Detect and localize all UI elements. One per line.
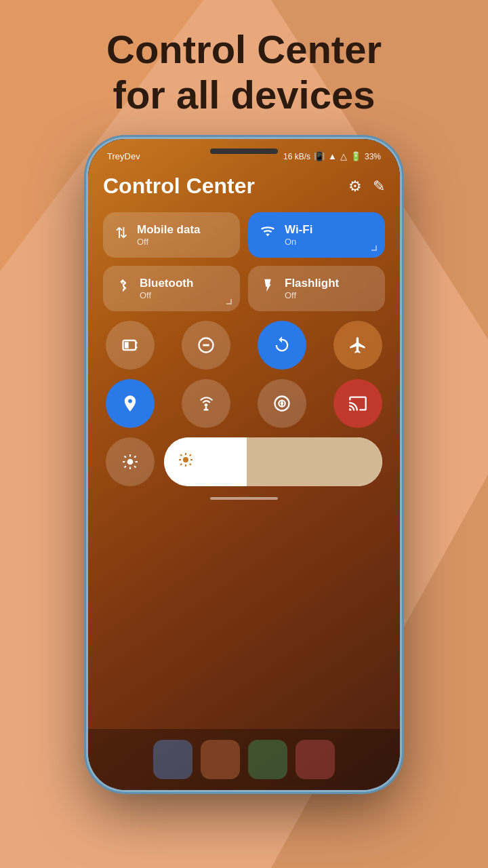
cc-title: Control Center [103,174,255,199]
app-icon-3 [248,740,287,779]
network-speed: 16 kB/s [283,152,310,161]
svg-line-29 [180,454,182,456]
wifi-text: Wi-Fi On [285,223,312,247]
bluetooth-status: Off [140,290,193,300]
phone-screen: TreyDev 16 kB/s 📳 ▲ △ 🔋 33% Control Cent… [88,139,400,790]
flashlight-icon [260,278,275,297]
flashlight-tile[interactable]: Flashlight Off [248,266,385,311]
phone-frame: TreyDev 16 kB/s 📳 ▲ △ 🔋 33% Control Cent… [88,139,400,790]
tiles-grid: ⇅ Mobile data Off [103,212,385,311]
battery-icon: 🔋 [350,151,361,161]
svg-line-23 [125,466,126,467]
cast-btn[interactable] [333,379,382,428]
brightness-slider-icon [178,452,194,473]
flashlight-name: Flashlight [285,277,339,290]
phone-notch [210,149,278,154]
mobile-data-status: Off [137,237,201,247]
app-icon-1 [153,740,192,779]
app-icon-4 [296,740,335,779]
bluetooth-text: Bluetooth Off [140,277,193,300]
svg-line-20 [125,456,126,458]
svg-point-24 [183,457,188,462]
settings-icon[interactable]: ⚙ [348,178,362,195]
svg-point-15 [127,459,134,465]
cc-header-icons: ⚙ ✎ [348,178,385,195]
location-btn[interactable] [106,379,155,428]
battery-saver-btn[interactable] [106,321,155,370]
svg-line-32 [180,463,182,465]
flashlight-status: Off [285,290,339,300]
brightness-rest [247,437,382,486]
wifi-tile[interactable]: Wi-Fi On [248,212,385,258]
bottom-app-strip [88,729,400,790]
wifi-corner [371,245,377,251]
app-icon-2 [201,740,240,779]
wifi-status-icon: ▲ [328,151,337,161]
nfc-btn[interactable] [258,379,306,428]
svg-line-31 [190,454,191,456]
brightness-slider[interactable] [164,437,382,486]
hotspot-btn[interactable] [182,379,230,428]
airplane-btn[interactable] [333,321,382,370]
flashlight-text: Flashlight Off [285,277,339,300]
carrier-label: TreyDev [107,151,140,161]
brightness-circle-btn[interactable] [106,437,155,486]
bt-corner [226,299,232,304]
svg-rect-4 [125,342,129,348]
circles-row-2 [103,379,385,428]
mobile-data-text: Mobile data Off [137,223,201,247]
hero-title: Control Center for all devices [0,27,488,117]
svg-point-10 [205,403,208,407]
svg-line-30 [190,463,191,465]
dnd-btn[interactable] [182,321,230,370]
brightness-row [103,437,385,486]
svg-line-21 [134,466,136,467]
home-indicator [210,497,278,500]
edit-icon[interactable]: ✎ [373,178,385,195]
wifi-status: On [285,237,312,247]
battery-percent: 33% [365,152,381,161]
mobile-data-icon: ⇅ [115,224,127,242]
bluetooth-name: Bluetooth [140,277,193,290]
bluetooth-tile[interactable]: Bluetooth Off [103,266,240,311]
cc-content: Control Center ⚙ ✎ ⇅ Mobile data Off [88,167,400,513]
rotate-btn[interactable] [258,321,306,370]
mobile-data-name: Mobile data [137,223,201,237]
mobile-data-tile[interactable]: ⇅ Mobile data Off [103,212,240,258]
brightness-fill [164,437,247,486]
signal-icon: △ [340,151,347,161]
svg-line-22 [134,456,136,458]
vibrate-icon: 📳 [314,151,325,161]
circles-row-1 [103,321,385,370]
cc-header: Control Center ⚙ ✎ [103,174,385,199]
wifi-name: Wi-Fi [285,223,312,237]
bluetooth-icon [115,278,130,297]
status-right: 16 kB/s 📳 ▲ △ 🔋 33% [283,151,381,161]
wifi-tile-icon [260,224,275,243]
